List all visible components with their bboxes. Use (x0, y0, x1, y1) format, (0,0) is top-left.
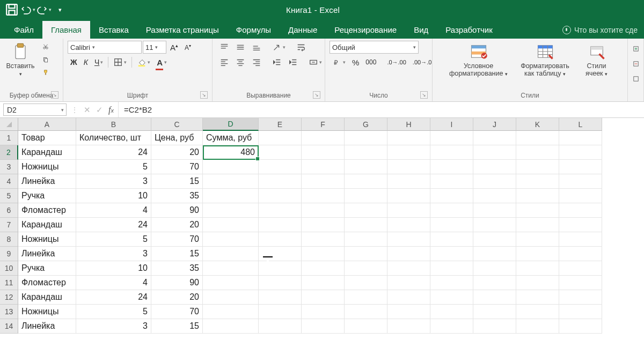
cell-B4[interactable]: 3 (76, 174, 151, 189)
cell-F2[interactable] (302, 145, 345, 160)
row-header-11[interactable]: 11 (0, 276, 18, 290)
cell-G1[interactable] (345, 131, 387, 145)
cell-F3[interactable] (302, 160, 345, 174)
cell-K2[interactable] (516, 145, 559, 160)
cell-E2[interactable] (259, 145, 302, 160)
cell-G11[interactable] (345, 276, 387, 290)
cell-G8[interactable] (345, 232, 387, 247)
cell-L8[interactable] (559, 232, 602, 247)
cell-K6[interactable] (516, 203, 559, 218)
cell-A14[interactable]: Линейка (18, 319, 76, 334)
percent-format-button[interactable]: % (349, 56, 362, 69)
cell-E8[interactable] (259, 232, 302, 247)
column-header-F[interactable]: F (302, 118, 345, 131)
cell-K3[interactable] (516, 160, 559, 174)
row-header-4[interactable]: 4 (0, 174, 18, 189)
decrease-decimal-button[interactable]: .00→.0 (410, 56, 434, 69)
cell-K14[interactable] (516, 319, 559, 334)
cell-styles-button[interactable]: Стили ячеек ▾ (577, 41, 616, 78)
cell-G12[interactable] (345, 290, 387, 305)
number-dialog-launcher[interactable]: ↘ (420, 91, 428, 99)
clipboard-dialog-launcher[interactable]: ↘ (51, 91, 58, 99)
format-painter-button[interactable] (40, 67, 52, 78)
cell-E12[interactable] (259, 290, 302, 305)
cell-J13[interactable] (473, 305, 516, 319)
cell-B5[interactable]: 10 (76, 189, 151, 203)
column-header-E[interactable]: E (259, 118, 302, 131)
conditional-formatting-button[interactable]: Условное форматирование ▾ (444, 41, 513, 78)
cell-C12[interactable]: 20 (151, 290, 203, 305)
cell-L5[interactable] (559, 189, 602, 203)
cell-D9[interactable] (203, 247, 259, 261)
cell-G10[interactable] (345, 261, 387, 276)
cell-A5[interactable]: Ручка (18, 189, 76, 203)
cell-B13[interactable]: 5 (76, 305, 151, 319)
cell-E1[interactable] (259, 131, 302, 145)
cell-F12[interactable] (302, 290, 345, 305)
cell-J12[interactable] (473, 290, 516, 305)
align-center-button[interactable] (233, 56, 248, 69)
align-bottom-button[interactable] (249, 41, 264, 54)
insert-cells-button[interactable] (630, 43, 642, 55)
font-dialog-launcher[interactable]: ↘ (200, 91, 208, 99)
cell-G2[interactable] (345, 145, 387, 160)
cell-C1[interactable]: Цена, руб (151, 131, 203, 145)
cell-I14[interactable] (430, 319, 473, 334)
cell-A9[interactable]: Линейка (18, 247, 76, 261)
cell-F9[interactable] (302, 247, 345, 261)
row-header-3[interactable]: 3 (0, 160, 18, 174)
cell-J9[interactable] (473, 247, 516, 261)
cell-B12[interactable]: 24 (76, 290, 151, 305)
row-header-9[interactable]: 9 (0, 247, 18, 261)
underline-button[interactable]: Ч▾ (92, 56, 106, 69)
cell-L11[interactable] (559, 276, 602, 290)
row-header-12[interactable]: 12 (0, 290, 18, 305)
cell-H6[interactable] (387, 203, 430, 218)
column-header-C[interactable]: C (151, 118, 203, 131)
cell-H4[interactable] (387, 174, 430, 189)
cell-J6[interactable] (473, 203, 516, 218)
font-name-combo[interactable]: Calibri▾ (68, 41, 142, 54)
cell-A1[interactable]: Товар (18, 131, 76, 145)
cell-F10[interactable] (302, 261, 345, 276)
cell-F8[interactable] (302, 232, 345, 247)
cell-L12[interactable] (559, 290, 602, 305)
cell-K5[interactable] (516, 189, 559, 203)
cell-A3[interactable]: Ножницы (18, 160, 76, 174)
cell-D3[interactable] (203, 160, 259, 174)
row-header-6[interactable]: 6 (0, 203, 18, 218)
cell-D7[interactable] (203, 218, 259, 232)
cell-C2[interactable]: 20 (151, 145, 203, 160)
cell-J5[interactable] (473, 189, 516, 203)
wrap-text-button[interactable] (294, 41, 309, 54)
cell-H11[interactable] (387, 276, 430, 290)
cell-C5[interactable]: 35 (151, 189, 203, 203)
orientation-button[interactable]: ▾ (269, 41, 288, 54)
cell-K13[interactable] (516, 305, 559, 319)
cell-F7[interactable] (302, 218, 345, 232)
row-header-13[interactable]: 13 (0, 305, 18, 319)
cell-C8[interactable]: 70 (151, 232, 203, 247)
cell-J7[interactable] (473, 218, 516, 232)
fill-color-button[interactable]: ▾ (134, 56, 153, 69)
cell-H2[interactable] (387, 145, 430, 160)
cell-F4[interactable] (302, 174, 345, 189)
cell-I3[interactable] (430, 160, 473, 174)
cell-L14[interactable] (559, 319, 602, 334)
cell-L6[interactable] (559, 203, 602, 218)
cell-L3[interactable] (559, 160, 602, 174)
tab-home[interactable]: Главная (42, 21, 90, 39)
cell-B1[interactable]: Количество, шт (76, 131, 151, 145)
cell-E3[interactable] (259, 160, 302, 174)
bold-button[interactable]: Ж (68, 56, 80, 69)
cell-A13[interactable]: Ножницы (18, 305, 76, 319)
alignment-dialog-launcher[interactable]: ↘ (313, 91, 320, 99)
cell-G4[interactable] (345, 174, 387, 189)
insert-function-button[interactable]: fx (108, 105, 114, 115)
cell-I6[interactable] (430, 203, 473, 218)
column-header-B[interactable]: B (76, 118, 151, 131)
increase-indent-button[interactable] (286, 56, 301, 69)
format-as-table-button[interactable]: Форматировать как таблицу ▾ (513, 41, 577, 78)
cell-B2[interactable]: 24 (76, 145, 151, 160)
cell-B6[interactable]: 4 (76, 203, 151, 218)
